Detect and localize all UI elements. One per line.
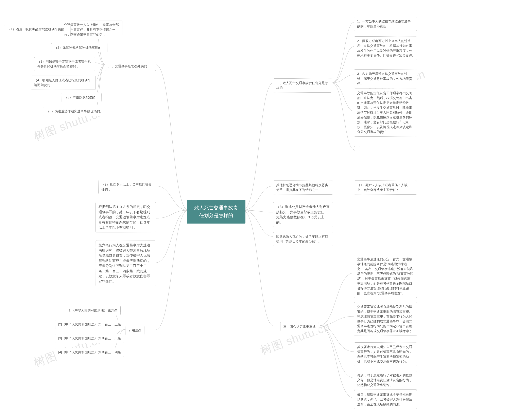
ref-2[interactable]: [2]《中华人民共和国刑法》 第一百三十三条 bbox=[55, 320, 124, 329]
section3-item-1[interactable]: 交通肇事后逃逸的认定，首先，交通肇事逃逸的前提条件是"为逃避法律追究"，其次，交… bbox=[354, 255, 417, 298]
section1-item-4[interactable]: 交通事故的责任认定工作通常都由交管部门来认定，然后，根据交管部门出具的交通事故责… bbox=[354, 89, 417, 137]
section1-title[interactable]: 一、致人死亡交通事故责任划分是怎样的 bbox=[273, 78, 332, 93]
severe-sub[interactable]: （1）死亡２人以上或者重伤５人以上，负故全部或者主要责任； bbox=[354, 180, 417, 195]
section2-title[interactable]: 二、交通肇事是怎么处罚的 bbox=[105, 62, 156, 71]
escape-death-block[interactable]: 因逃逸致人死亡的，处７年以上有期徒刑（判到１５年的占少数）。 bbox=[273, 232, 333, 246]
section2-item-6[interactable]: （6）为逃避法律追究逃离事故现场的。 bbox=[43, 107, 106, 116]
section3-item-3[interactable]: 其次要求行为人明知自己已经发生交通肇事行为，如果对肇事不具有明知的，自然也不可能… bbox=[354, 342, 417, 366]
severe-block[interactable]: 其他特别恶劣情节折叠其他特别恶劣情节，是指具有下列情形之一： bbox=[273, 180, 333, 195]
ref-4[interactable]: [4]《中华人民共和国刑法》 第两百三十四条 bbox=[55, 348, 124, 357]
section2-item-1[interactable]: （1）酒后、吸食毒品后驾驶机动车辆的； bbox=[4, 25, 71, 34]
root-node[interactable]: 致人死亡交通事故责任划分是怎样的 bbox=[187, 200, 246, 224]
ref-3[interactable]: [3]《中华人民共和国刑法》 第两百三十二条 bbox=[55, 334, 124, 343]
section3-item-4[interactable]: 再次，对于虽然履行了对被害人的抢救义务，但是逃避责任查清认定的行为，仍然构成交通… bbox=[354, 371, 417, 390]
section1-spacer bbox=[354, 146, 360, 151]
property-block[interactable]: （3）造成公共财产或者他人财产直接损失，负事故全部或主要责任，无能力赔偿数额在６… bbox=[273, 202, 333, 227]
death6-block[interactable]: （2）死亡６人以上，负事故同等责任的； bbox=[98, 180, 156, 194]
section1-item-3[interactable]: 3、各方均无导致道路交通事故的过错，属于交通意外事故的，各方均无责任。 bbox=[354, 69, 417, 88]
section1-item-2[interactable]: 2、因双方或者两方以上当事人的过错发生道路交通事故的，根据其行为对事故发生的作用… bbox=[354, 36, 417, 60]
section3-title[interactable]: 三、怎么认定肇事逃逸 bbox=[280, 322, 319, 331]
section1-item-1[interactable]: 1、一方当事人的过错导致道路交通事故的，承担全部责任； bbox=[354, 17, 417, 31]
references-title[interactable]: 引用法条 bbox=[125, 326, 145, 335]
section2-item-2[interactable]: （2）无驾驶资格驾驶机动车辆的； bbox=[51, 43, 108, 52]
article-133-block[interactable]: 根据刑法第１３３条的规定，犯交通肇事罪的，处３年以下有期徒刑或者拘役；交通运输肇… bbox=[95, 202, 156, 232]
section2-item-3[interactable]: （3）明知是安全装置不全或者安全机件失灵的机动车辆而驾驶的； bbox=[34, 57, 95, 71]
section3-item-5[interactable]: 最后，所谓交通肇事逃逸主要是指自现场逃离，但也可以将被害人送往医院后逃离，甚至在… bbox=[354, 390, 417, 409]
article-6-block[interactable]: 第六条行为人在交通肇事后为逃避法律追究，将被害人带离事故现场后隐藏或者遗弃，致使… bbox=[95, 240, 156, 286]
section2-item-5[interactable]: （5）严重超载驾驶的； bbox=[61, 93, 101, 102]
ref-1[interactable]: [1]《中华人民共和国刑法》 第六条 bbox=[65, 306, 121, 315]
section3-item-2[interactable]: 交通肇事逃逸或者有其他特别恶劣的情节的，属于交通肇事罪的情节加重犯。构成该情节加… bbox=[354, 302, 417, 336]
section2-item-4[interactable]: （4）明知是无牌证或者已报废的机动车辆而驾驶的； bbox=[31, 75, 96, 90]
